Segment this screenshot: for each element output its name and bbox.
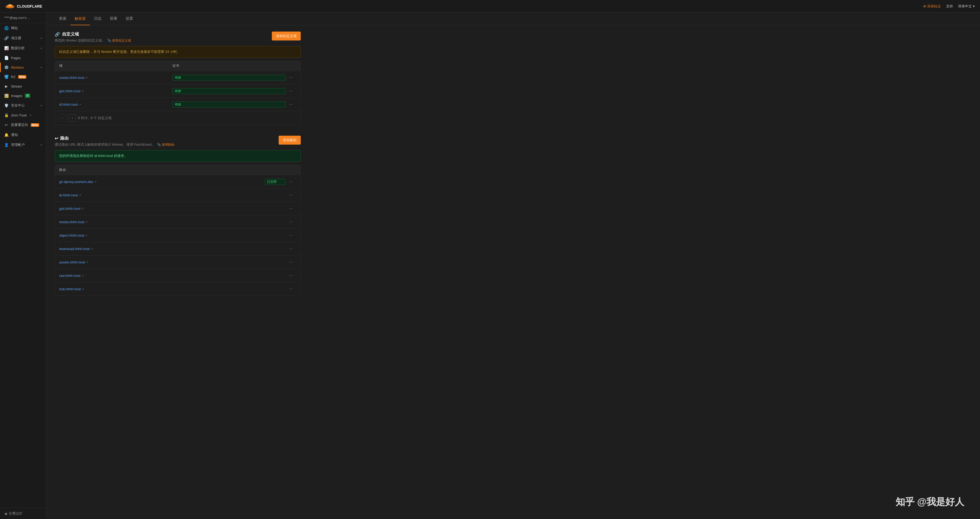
images-icon: 🖼️	[4, 94, 8, 98]
sidebar-item-notify[interactable]: 🔔 通知	[0, 130, 46, 140]
route-more-button-6[interactable]: ···	[286, 245, 296, 252]
external-link-icon-r4: ↗	[86, 221, 88, 223]
globe-icon: 🌐	[4, 26, 8, 30]
external-link-icon-r8: ↗	[81, 274, 84, 277]
sidebar-item-security[interactable]: 🛡️ 安全中心 ▾	[0, 100, 46, 110]
sidebar-item-images[interactable]: 🖼️ Images 新	[0, 91, 46, 100]
sidebar-item-analytics[interactable]: 📊 数据分析 ▾	[0, 43, 46, 53]
domain-link-2[interactable]: gist.hhhh.host ↗	[59, 89, 172, 93]
chevron-icon-5: ▾	[40, 143, 42, 146]
sidebar-item-stream[interactable]: ▶ Stream	[0, 81, 46, 91]
sidebar-label-zerotrust: Zero Trust	[11, 113, 27, 117]
route-link-7[interactable]: assets.hhhh.host ↗	[59, 260, 265, 264]
add-site-button[interactable]: ⊕ 添加站点	[923, 4, 941, 9]
more-button-1[interactable]: ···	[286, 74, 296, 81]
chevron-icon-4: ▾	[40, 104, 42, 107]
route-link-2[interactable]: dl.hhhh.host ↗	[59, 193, 265, 197]
external-icon: ↗	[29, 114, 31, 117]
route-link-1[interactable]: gh.dproxy.workers.dev ↗	[59, 180, 265, 184]
link-icon-2: 📎	[107, 39, 111, 42]
language-selector[interactable]: 简体中文 ▾	[958, 4, 975, 9]
stream-icon: ▶	[4, 84, 8, 88]
sidebar-item-bulk[interactable]: ↩ 批量重定向 Beta	[0, 120, 46, 130]
sidebar-item-r2[interactable]: 🪣 R2 Beta	[0, 72, 46, 81]
brand-name: CLOUDFLARE	[17, 4, 42, 8]
route-link-8[interactable]: raw.hhhh.host ↗	[59, 274, 265, 278]
table-row: gist.hhhh.host ↗ 有效 ···	[55, 84, 301, 97]
images-badge: 新	[25, 94, 30, 98]
topbar-right: ⊕ 添加站点 支持 简体中文 ▾	[923, 4, 975, 9]
table-row: raw.hhhh.host ↗ ···	[55, 269, 301, 282]
domains-pagination: ‹ › 6 到 8，8 个 自定义域	[55, 111, 301, 125]
route-more-button-4[interactable]: ···	[286, 218, 296, 225]
prev-page-button[interactable]: ‹	[59, 115, 67, 122]
routes-link[interactable]: 📎 使用路由	[157, 143, 174, 147]
chart-icon: 📊	[4, 46, 8, 50]
redirect-icon: ↩	[4, 123, 8, 127]
route-link-9[interactable]: hub.hhhh.host ↗	[59, 287, 265, 291]
more-button-2[interactable]: ···	[286, 88, 296, 94]
workers-icon: ⚙️	[4, 65, 8, 69]
custom-domains-table: 域 证书 media.hhhh.host ↗ 有效 ···	[55, 61, 301, 125]
tab-logs[interactable]: 日志	[90, 13, 106, 25]
status-badge-2: 有效	[172, 88, 286, 94]
support-link[interactable]: 支持	[946, 4, 953, 9]
tab-settings[interactable]: 设置	[121, 13, 137, 25]
sidebar-item-website[interactable]: 🌐 网站	[0, 23, 46, 33]
route-more-button-3[interactable]: ···	[286, 205, 296, 212]
tab-resources[interactable]: 资源	[55, 13, 70, 25]
next-page-button[interactable]: ›	[68, 115, 76, 122]
table-row: download.hhhh.host ↗ ···	[55, 242, 301, 255]
sidebar-item-domain[interactable]: 🔗 域注册 ▾	[0, 33, 46, 43]
sidebar-item-pages[interactable]: 📄 Pages	[0, 53, 46, 62]
sidebar-label-r2: R2	[11, 75, 16, 79]
route-more-button-5[interactable]: ···	[286, 232, 296, 239]
table-row: dl.hhhh.host ↗ 有效 ···	[55, 97, 301, 111]
tab-bar: 资源 触发器 日志 部署 设置	[46, 13, 980, 25]
tab-deployments[interactable]: 部署	[106, 13, 121, 25]
route-more-button-1[interactable]: ···	[286, 178, 296, 185]
shield-icon: 🛡️	[4, 103, 8, 108]
external-link-icon-r7: ↗	[86, 261, 88, 264]
route-link-3[interactable]: gist.hhhh.host ↗	[59, 207, 265, 210]
more-button-3[interactable]: ···	[286, 101, 296, 108]
routes-title-area: ↩ 路由 通过路由 URL 模式上触发的请求执行 Worker。使用 Fetch…	[55, 136, 278, 147]
sidebar-item-zerotrust[interactable]: 🔒 Zero Trust ↗	[0, 110, 46, 120]
logo: CLOUDFLARE	[5, 3, 42, 10]
routes-success-banner: 您的环境现在将响应对 dl.hhhh.host 的请求。	[55, 150, 301, 162]
route-more-button-8[interactable]: ···	[286, 272, 296, 279]
custom-domains-link[interactable]: 📎 使用自定义域	[107, 38, 131, 43]
link-icon-3: 📎	[157, 143, 161, 146]
domain-link-3[interactable]: dl.hhhh.host ↗	[59, 102, 172, 107]
sidebar-label-notify: 通知	[11, 132, 18, 137]
sidebar-label-analytics: 数据分析	[11, 46, 25, 51]
account-name[interactable]: ****@qq.com's ...	[0, 13, 46, 23]
domains-table-header: 域 证书	[55, 61, 301, 71]
table-row: media.hhhh.host ↗ ···	[55, 215, 301, 228]
external-link-icon-r5: ↗	[85, 234, 87, 237]
add-custom-domain-button[interactable]: 添加自定义域	[272, 32, 301, 40]
route-more-button-9[interactable]: ···	[286, 285, 296, 292]
route-link-5[interactable]: object.hhhh.host ↗	[59, 234, 265, 237]
sidebar-item-workers[interactable]: ⚙️ Workers ▾	[0, 62, 46, 72]
add-route-button[interactable]: 添加路由	[278, 136, 301, 145]
route-status-1: 已启用	[265, 179, 286, 185]
routes-desc: 通过路由 URL 模式上触发的请求执行 Worker。使用 FetchEvent…	[55, 142, 278, 147]
custom-domains-header: 🔗 自定义域 将您的 Worker 连接到自定义域。 📎 使用自定义域 添加自定…	[55, 32, 301, 43]
collapse-label: 折叠边栏	[9, 511, 22, 516]
route-link-6[interactable]: download.hhhh.host ↗	[59, 247, 265, 251]
domain-link-1[interactable]: media.hhhh.host ↗	[59, 76, 172, 80]
external-link-icon-r3: ↗	[81, 207, 84, 210]
sidebar-label-stream: Stream	[11, 84, 22, 88]
chevron-down-icon: ▾	[973, 4, 975, 8]
route-more-button-7[interactable]: ···	[286, 259, 296, 266]
sidebar-label-workers: Workers	[11, 65, 24, 69]
tab-triggers[interactable]: 触发器	[70, 13, 90, 25]
route-more-button-2[interactable]: ···	[286, 192, 296, 199]
sidebar-label-domain: 域注册	[11, 36, 21, 40]
sidebar-item-manage[interactable]: 👤 管理帐户 ▾	[0, 140, 46, 150]
collapse-sidebar-button[interactable]: ◀ 折叠边栏	[0, 508, 46, 519]
route-link-4[interactable]: media.hhhh.host ↗	[59, 220, 265, 224]
collapse-icon: ◀	[4, 512, 7, 516]
external-link-icon: ↗	[86, 76, 88, 79]
